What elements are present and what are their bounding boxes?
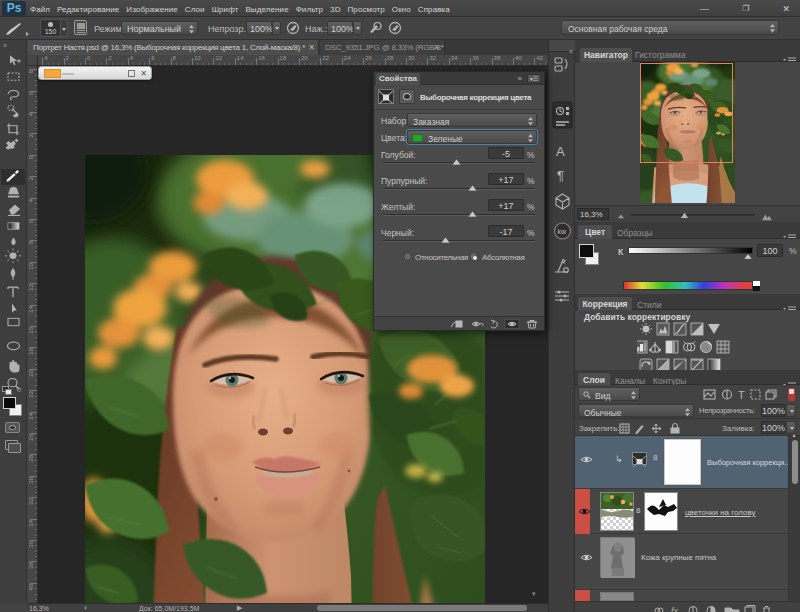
svg-text:fx: fx [671,606,679,612]
svg-text:kw: kw [558,228,568,235]
svg-text:T: T [738,389,745,401]
svg-text:¶: ¶ [557,168,564,183]
svg-text:A: A [556,144,565,159]
